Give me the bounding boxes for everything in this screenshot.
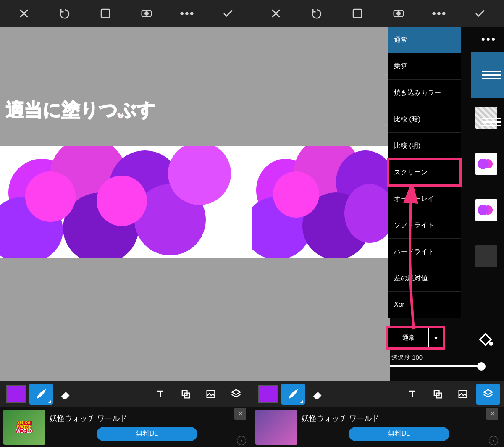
fill-bucket-icon[interactable]	[477, 331, 494, 345]
brush-tool[interactable]	[281, 384, 305, 405]
video-icon[interactable]	[136, 3, 157, 24]
crop-icon[interactable]	[95, 3, 116, 24]
opacity-slider-thumb[interactable]	[477, 362, 486, 371]
opacity-slider[interactable]	[390, 365, 482, 367]
svg-rect-12	[459, 391, 467, 397]
canvas-left[interactable]	[0, 27, 252, 381]
svg-point-6	[490, 342, 493, 345]
layers-tool[interactable]	[224, 384, 248, 405]
ad-close-icon[interactable]: ✕	[234, 408, 246, 420]
brush-tool[interactable]	[29, 384, 53, 405]
layers-tool[interactable]	[476, 384, 500, 405]
eraser-tool[interactable]	[55, 384, 78, 405]
confirm-icon[interactable]	[470, 3, 490, 24]
blend-mode-item[interactable]: Xor	[388, 292, 461, 318]
layer-thumb[interactable]	[475, 199, 497, 221]
shape-tool[interactable]	[174, 384, 197, 405]
undo-icon[interactable]	[55, 3, 75, 24]
blend-mode-item[interactable]: スクリーン	[388, 159, 461, 186]
more-icon[interactable]: •••	[429, 3, 449, 24]
image-tool[interactable]	[451, 384, 475, 405]
ad-info-icon[interactable]: i	[237, 436, 246, 445]
blend-mode-item[interactable]: 乗算	[388, 53, 461, 80]
video-icon[interactable]	[388, 3, 409, 24]
panel-more-icon[interactable]: •••	[481, 33, 496, 46]
text-tool[interactable]	[149, 384, 172, 405]
ad-download-button[interactable]: 無料DL	[349, 427, 449, 441]
ad-thumb[interactable]: YO-KAIWATCHWORLD	[3, 410, 45, 445]
blend-mode-item[interactable]: 通常	[388, 27, 461, 53]
confirm-icon[interactable]	[218, 3, 238, 24]
undo-icon[interactable]	[307, 3, 327, 24]
ad-close-icon[interactable]: ✕	[486, 408, 498, 420]
svg-rect-0	[101, 9, 110, 18]
annotation-text: 適当に塗りつぶす	[6, 97, 156, 122]
blend-mode-item[interactable]: ソフトライト	[388, 212, 461, 239]
chevron-down-icon[interactable]: ▾	[429, 328, 443, 348]
chevron-left-icon: ◂	[384, 121, 390, 127]
blend-mode-item[interactable]: オーバーレイ	[388, 186, 461, 212]
close-icon[interactable]	[266, 3, 286, 24]
color-swatch[interactable]	[4, 384, 28, 405]
svg-rect-3	[353, 9, 362, 18]
layer-thumb[interactable]	[475, 245, 497, 267]
layer-handle-icon[interactable]	[482, 71, 501, 79]
crop-icon[interactable]	[347, 3, 368, 24]
blend-mode-item[interactable]: 焼き込みカラー	[388, 80, 461, 106]
svg-point-5	[397, 12, 400, 15]
ad-title: 妖怪ウォッチ ワールド	[50, 413, 244, 423]
layer-handle-icon[interactable]	[482, 118, 501, 126]
ad-title: 妖怪ウォッチ ワールド	[302, 413, 496, 423]
eraser-tool[interactable]	[307, 384, 330, 405]
ad-thumb[interactable]	[255, 410, 297, 445]
blend-mode-item[interactable]: 比較 (明)	[388, 133, 461, 159]
layer-thumb[interactable]	[475, 153, 497, 175]
ad-info-icon[interactable]: i	[489, 436, 498, 445]
ad-download-button[interactable]: 無料DL	[97, 427, 197, 441]
opacity-label: 透過度 100	[391, 354, 423, 362]
text-tool[interactable]	[401, 384, 424, 405]
shape-tool[interactable]	[426, 384, 449, 405]
blend-mode-button[interactable]: 通常 ▾	[388, 328, 443, 348]
color-swatch[interactable]	[256, 384, 280, 405]
blend-mode-item[interactable]: ハードライト	[388, 239, 461, 265]
blend-mode-item[interactable]: 差の絶対値	[388, 265, 461, 292]
chevron-left-icon: ◂	[384, 71, 390, 76]
divider	[252, 0, 252, 407]
blend-mode-item[interactable]: 比較 (暗)	[388, 106, 461, 133]
more-icon[interactable]: •••	[177, 3, 197, 24]
image-tool[interactable]	[199, 384, 223, 405]
svg-point-2	[145, 12, 148, 15]
svg-rect-9	[207, 391, 215, 397]
close-icon[interactable]	[14, 3, 34, 24]
blend-mode-list: 通常 乗算 焼き込みカラー 比較 (暗) 比較 (明) スクリーン オーバーレイ…	[388, 27, 461, 318]
